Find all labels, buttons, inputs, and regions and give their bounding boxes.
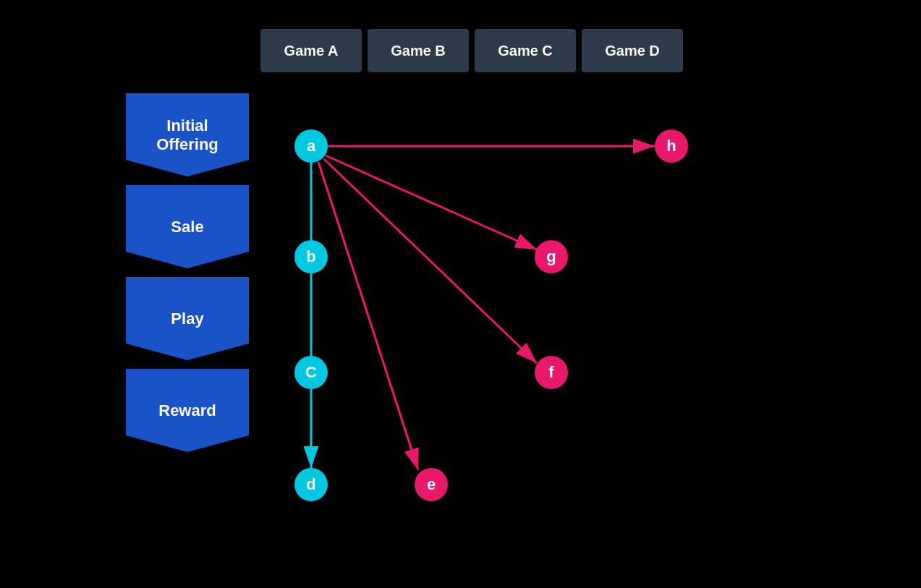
- node-f: f: [535, 356, 568, 389]
- node-b: b: [294, 240, 328, 273]
- main-container: Game A Game B Game C Game D InitialOffer…: [0, 0, 921, 588]
- node-e: e: [415, 468, 448, 501]
- node-c: C: [294, 356, 328, 389]
- pink-line-a-e: [318, 162, 418, 470]
- node-h: h: [655, 129, 688, 163]
- pink-line-a-f: [324, 159, 537, 363]
- pink-line-a-g: [326, 155, 537, 250]
- node-g: g: [535, 240, 568, 273]
- node-d: d: [294, 468, 328, 501]
- diagram-svg: [0, 0, 921, 588]
- node-a: a: [294, 129, 328, 163]
